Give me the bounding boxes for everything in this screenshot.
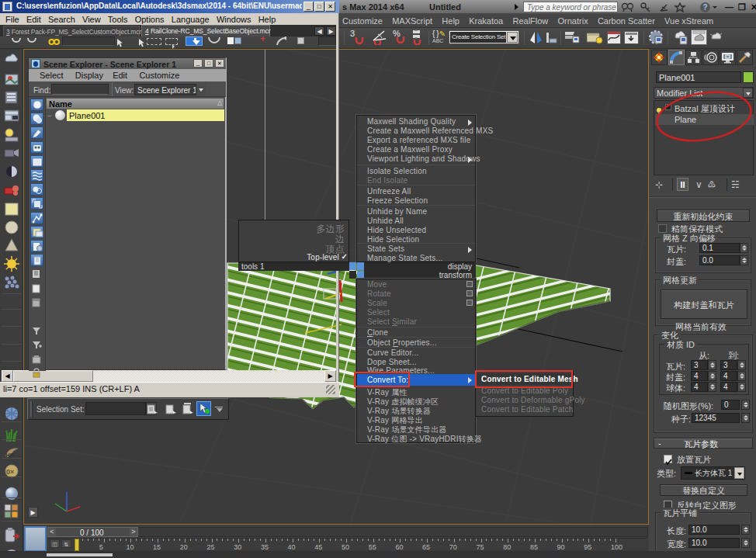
svg-text:0×: 0× [6,468,14,476]
